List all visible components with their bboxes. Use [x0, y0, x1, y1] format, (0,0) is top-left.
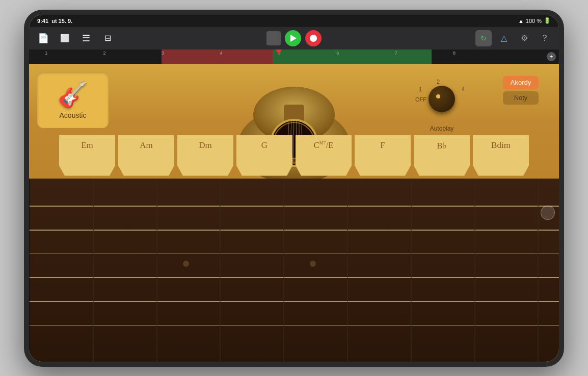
knob-label-4: 4: [462, 86, 465, 92]
add-track-button[interactable]: +: [547, 52, 556, 61]
chord-bb[interactable]: B♭: [414, 135, 470, 176]
record-icon: [310, 35, 317, 42]
knob-dot: [436, 94, 440, 98]
chord-cm7e[interactable]: CM7/E: [296, 135, 352, 176]
knob-label-2: 2: [437, 79, 440, 85]
mode-buttons: Akordy Noty: [503, 76, 539, 105]
status-right: ▲ 100 % 🔋: [518, 17, 551, 24]
chord-bdim[interactable]: Bdim: [473, 135, 529, 176]
tick-1: 1: [45, 51, 47, 56]
home-button[interactable]: [541, 206, 555, 220]
battery-icon: 🔋: [544, 17, 551, 24]
chord-g[interactable]: G: [236, 135, 292, 176]
timeline-region-green: [273, 49, 432, 64]
tick-3: 3: [162, 51, 164, 56]
playhead[interactable]: [276, 49, 282, 55]
fretboard: [29, 179, 559, 362]
tick-6: 6: [336, 51, 339, 56]
instrument-panel[interactable]: 🎸 Acoustic: [37, 72, 109, 128]
fret-overlay: [29, 179, 559, 362]
knob-label-1: 1: [419, 86, 422, 92]
status-bar: 9:41 ut 15. 9. ▲ 100 % 🔋: [29, 15, 559, 27]
knob-label-off: OFF: [415, 96, 426, 103]
play-button[interactable]: [285, 30, 301, 46]
instrument-label: Acoustic: [60, 111, 87, 119]
play-icon: [290, 35, 297, 42]
akordy-button[interactable]: Akordy: [503, 76, 539, 89]
song-info-button[interactable]: ☰: [78, 30, 94, 46]
toolbar-center: [266, 30, 322, 46]
ipad-frame: 9:41 ut 15. 9. ▲ 100 % 🔋 📄 ⬜ ☰ ⊟: [24, 10, 564, 367]
tick-4: 4: [220, 51, 222, 56]
autoplay-knob-area: 1 2 OFF 4: [416, 76, 467, 122]
settings-button[interactable]: ⚙: [516, 30, 532, 46]
smart-controls-button[interactable]: ⊟: [99, 30, 116, 46]
tick-2: 2: [103, 51, 106, 56]
tick-7: 7: [395, 51, 397, 56]
track-view-button[interactable]: ⬜: [57, 30, 73, 46]
autoplay-control: 1 2 OFF 4 Autoplay: [416, 76, 467, 132]
status-time: 9:41 ut 15. 9.: [37, 18, 72, 24]
new-song-button[interactable]: 📄: [35, 30, 51, 46]
main-content: 🎸 Acoustic: [29, 64, 559, 362]
toolbar: 📄 ⬜ ☰ ⊟ ↻ △ ⚙ ?: [29, 27, 559, 49]
chord-f[interactable]: F: [355, 135, 411, 176]
timeline: 1 2 3 4 5 6 7 8 +: [29, 49, 559, 64]
toolbar-right: ↻ △ ⚙ ?: [475, 30, 553, 46]
chord-dm[interactable]: Dm: [177, 135, 233, 176]
tick-8: 8: [453, 51, 456, 56]
chord-row: Em Am Dm G CM7/E F B♭: [29, 135, 559, 176]
loop-button[interactable]: ↻: [475, 30, 492, 46]
toolbar-left: 📄 ⬜ ☰ ⊟: [35, 30, 116, 46]
battery-label: 100 %: [526, 18, 542, 24]
autoplay-label: Autoplay: [430, 125, 454, 132]
chord-am[interactable]: Am: [118, 135, 174, 176]
metronome-button[interactable]: △: [496, 30, 512, 46]
autoplay-knob[interactable]: [429, 86, 455, 112]
record-button[interactable]: [305, 30, 322, 46]
ipad-screen: 9:41 ut 15. 9. ▲ 100 % 🔋 📄 ⬜ ☰ ⊟: [29, 15, 559, 362]
wifi-icon: ▲: [518, 18, 524, 24]
noty-button[interactable]: Noty: [503, 91, 539, 105]
guitar-icon: 🎸: [58, 81, 88, 109]
help-button[interactable]: ?: [537, 30, 553, 46]
timeline-region-red: [162, 49, 273, 64]
stop-button[interactable]: [266, 31, 281, 45]
loop-icon: ↻: [480, 34, 487, 42]
chord-em[interactable]: Em: [59, 135, 115, 176]
